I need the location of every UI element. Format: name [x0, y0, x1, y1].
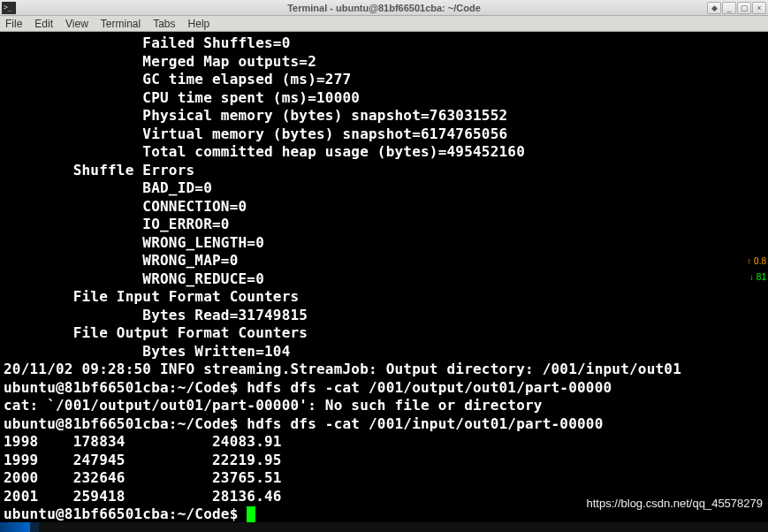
window-title: Terminal - ubuntu@81bf66501cba: ~/Code: [287, 3, 481, 13]
minimize-button[interactable]: _: [722, 2, 736, 14]
menu-file[interactable]: File: [5, 18, 22, 30]
taskbar[interactable]: [0, 522, 768, 532]
menu-help[interactable]: Help: [188, 18, 210, 30]
output-line: 1998 178834 24083.91: [4, 433, 282, 450]
output-line: Failed Shuffles=0: [4, 34, 290, 51]
scroll-up-indicator: ↑ 0.8: [747, 256, 766, 266]
output-line: IO_ERROR=0: [4, 216, 230, 232]
output-line: CPU time spent (ms)=10000: [4, 89, 360, 106]
menu-terminal[interactable]: Terminal: [101, 18, 141, 30]
prompt-line: ubuntu@81bf66501cba:~/Code$: [4, 505, 247, 522]
output-line: GC time elapsed (ms)=277: [4, 71, 351, 87]
output-line: WRONG_MAP=0: [4, 252, 239, 269]
output-line: File Input Format Counters: [4, 288, 308, 305]
output-line: BAD_ID=0: [4, 179, 212, 196]
cursor: [247, 506, 255, 522]
output-line: cat: `/001/output/out01/part-00000': No …: [4, 397, 543, 414]
output-line: 2000 232646 23765.51: [4, 469, 282, 486]
menu-tabs[interactable]: Tabs: [153, 18, 175, 30]
output-line: Bytes Written=104: [4, 343, 290, 360]
window-controls: ◆ _ ▢ ×: [707, 2, 766, 14]
menu-view[interactable]: View: [65, 18, 88, 30]
output-line: 20/11/02 09:28:50 INFO streaming.StreamJ…: [4, 361, 681, 377]
terminal-output[interactable]: Failed Shuffles=0 Merged Map outputs=2 G…: [4, 34, 762, 522]
window-titlebar: >_ Terminal - ubuntu@81bf66501cba: ~/Cod…: [0, 0, 768, 16]
watermark: https://blog.csdn.net/qq_45578279: [587, 497, 764, 510]
menubar: File Edit View Terminal Tabs Help: [0, 16, 768, 32]
menu-edit[interactable]: Edit: [34, 18, 53, 30]
scroll-down-indicator: ↓ 81: [749, 272, 766, 282]
output-line: ubuntu@81bf66501cba:~/Code$ hdfs dfs -ca…: [4, 415, 603, 432]
terminal-container: Failed Shuffles=0 Merged Map outputs=2 G…: [0, 32, 768, 522]
output-line: Shuffle Errors: [4, 162, 194, 179]
output-line: WRONG_LENGTH=0: [4, 234, 264, 251]
output-line: 2001 259418 28136.46: [4, 488, 282, 505]
output-line: WRONG_REDUCE=0: [4, 270, 264, 287]
output-line: Virtual memory (bytes) snapshot=61747650…: [4, 125, 507, 142]
output-line: Total committed heap usage (bytes)=49545…: [4, 143, 525, 160]
taskbar-separator: [30, 522, 39, 532]
output-line: ubuntu@81bf66501cba:~/Code$ hdfs dfs -ca…: [4, 379, 612, 396]
output-line: CONNECTION=0: [4, 198, 247, 215]
output-line: 1999 247945 22219.95: [4, 452, 282, 468]
output-line: File Output Format Counters: [4, 324, 316, 341]
output-line: Merged Map outputs=2: [4, 53, 316, 70]
output-line: Physical memory (bytes) snapshot=7630315…: [4, 107, 507, 124]
maximize-button[interactable]: ▢: [737, 2, 751, 14]
output-line: Bytes Read=31749815: [4, 307, 308, 323]
taskbar-active-item[interactable]: [0, 522, 30, 532]
terminal-icon: >_: [2, 2, 16, 14]
close-button[interactable]: ×: [752, 2, 766, 14]
stick-button[interactable]: ◆: [707, 2, 721, 14]
